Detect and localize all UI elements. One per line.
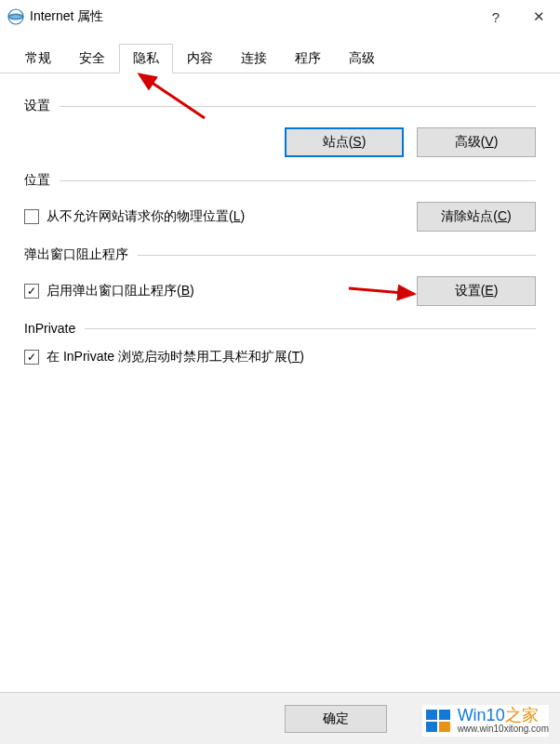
tab-security[interactable]: 安全 <box>65 44 119 73</box>
popup-settings-button[interactable]: 设置(E) <box>417 276 536 306</box>
divider <box>60 106 536 107</box>
section-settings-header: 设置 <box>24 98 536 114</box>
button-label: 高级(V) <box>455 134 499 151</box>
tab-connections[interactable]: 连接 <box>227 44 281 73</box>
sites-button[interactable]: 站点(S) <box>285 127 404 157</box>
windows-logo-icon <box>422 705 454 737</box>
inprivate-checkbox-row: ✓ 在 InPrivate 浏览启动时禁用工具栏和扩展(T) <box>24 349 536 365</box>
window-title: Internet 属性 <box>30 8 474 25</box>
location-checkbox-label: 从不允许网站请求你的物理位置(L) <box>47 208 245 225</box>
popup-checkbox[interactable]: ✓ <box>24 284 39 299</box>
inprivate-checkbox-label: 在 InPrivate 浏览启动时禁用工具栏和扩展(T) <box>47 349 304 365</box>
section-inprivate-header: InPrivate <box>24 321 536 336</box>
section-location-header: 位置 <box>24 172 536 189</box>
advanced-button[interactable]: 高级(V) <box>417 127 536 157</box>
button-label: 站点(S) <box>323 134 367 151</box>
tab-content[interactable]: 内容 <box>173 44 227 73</box>
tab-general[interactable]: 常规 <box>11 44 65 73</box>
section-popup-label: 弹出窗口阻止程序 <box>24 246 138 263</box>
divider <box>60 180 536 181</box>
inprivate-checkbox[interactable]: ✓ <box>24 350 39 365</box>
tab-content-area: 设置 站点(S) 高级(V) 位置 从不允许网站请求你的物理位置(L) 清除站点… <box>0 73 560 365</box>
tab-programs[interactable]: 程序 <box>281 44 335 73</box>
svg-rect-6 <box>426 722 437 732</box>
app-icon <box>7 8 24 25</box>
section-inprivate-label: InPrivate <box>24 321 85 336</box>
watermark: Win10之家 www.win10xitong.com <box>422 705 549 737</box>
svg-rect-7 <box>439 722 450 732</box>
divider <box>85 328 536 329</box>
tab-advanced[interactable]: 高级 <box>335 44 389 73</box>
titlebar: Internet 属性 ? ✕ <box>0 0 560 33</box>
watermark-sub: www.win10xitong.com <box>458 724 549 735</box>
watermark-text: Win10之家 www.win10xitong.com <box>458 707 549 734</box>
settings-buttons: 站点(S) 高级(V) <box>24 127 536 157</box>
popup-checkbox-label: 启用弹出窗口阻止程序(B) <box>47 283 194 299</box>
close-button[interactable]: ✕ <box>517 0 560 33</box>
popup-checkbox-row: ✓ 启用弹出窗口阻止程序(B) <box>24 283 194 299</box>
section-popup-header: 弹出窗口阻止程序 <box>24 246 536 263</box>
button-label: 确定 <box>323 711 349 727</box>
clear-sites-button[interactable]: 清除站点(C) <box>417 202 536 232</box>
location-checkbox[interactable] <box>24 209 39 224</box>
ok-button[interactable]: 确定 <box>285 705 387 733</box>
popup-row: ✓ 启用弹出窗口阻止程序(B) 设置(E) <box>24 276 536 306</box>
section-location-label: 位置 <box>24 172 60 189</box>
button-label: 清除站点(C) <box>441 208 511 225</box>
watermark-main: Win10之家 <box>458 707 549 724</box>
location-row: 从不允许网站请求你的物理位置(L) 清除站点(C) <box>24 202 536 232</box>
location-checkbox-row: 从不允许网站请求你的物理位置(L) <box>24 208 245 225</box>
section-settings-label: 设置 <box>24 98 60 114</box>
tab-privacy[interactable]: 隐私 <box>119 44 173 73</box>
button-label: 设置(E) <box>455 283 499 299</box>
help-button[interactable]: ? <box>474 0 517 33</box>
tab-bar: 常规 安全 隐私 内容 连接 程序 高级 <box>0 33 560 73</box>
divider <box>138 255 536 256</box>
svg-rect-4 <box>426 710 437 720</box>
svg-rect-5 <box>439 710 450 720</box>
